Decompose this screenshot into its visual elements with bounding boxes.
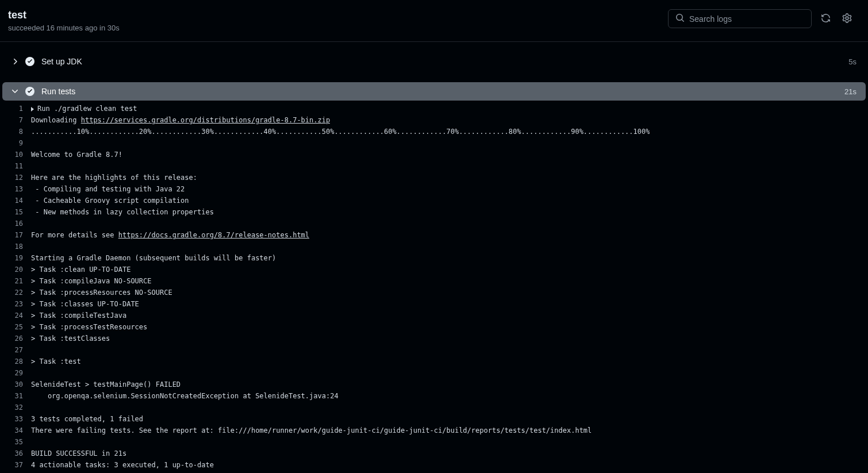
log-line: 27 (0, 344, 868, 356)
line-number: 37 (0, 459, 31, 471)
line-number: 8 (0, 126, 31, 137)
line-number: 14 (0, 195, 31, 206)
log-line: 8...........10%............20%..........… (0, 126, 868, 137)
log-line: 19Starting a Gradle Daemon (subsequent b… (0, 252, 868, 264)
caret-right-icon[interactable] (31, 107, 34, 111)
log-line: 9 (0, 137, 868, 149)
check-circle-icon (25, 87, 34, 96)
log-line: 374 actionable tasks: 3 executed, 1 up-t… (0, 459, 868, 471)
line-text: > Task :compileJava NO-SOURCE (31, 275, 152, 287)
line-number: 20 (0, 264, 31, 275)
log-output: 1Run ./gradlew clean test7Downloading ht… (0, 101, 868, 473)
refresh-button[interactable] (819, 11, 833, 27)
log-line: 24> Task :compileTestJava (0, 310, 868, 321)
step-set-up-jdk[interactable]: Set up JDK 5s (2, 52, 866, 71)
log-line: 28> Task :test (0, 356, 868, 367)
line-text: > Task :testClasses (31, 333, 110, 344)
line-number: 13 (0, 183, 31, 195)
line-text: There were failing tests. See the report… (31, 425, 592, 436)
sync-icon (821, 13, 831, 25)
log-line: 14 - Cacheable Groovy script compilation (0, 195, 868, 206)
line-number: 16 (0, 218, 31, 229)
settings-button[interactable] (840, 11, 854, 27)
line-text: Here are the highlights of this release: (31, 172, 197, 183)
line-number: 15 (0, 206, 31, 218)
line-number: 19 (0, 252, 31, 264)
search-input[interactable] (689, 14, 804, 24)
line-text: Starting a Gradle Daemon (subsequent bui… (31, 252, 276, 264)
line-text: - Cacheable Groovy script compilation (31, 195, 189, 206)
line-number: 27 (0, 344, 31, 356)
log-line: 17For more details see https://docs.grad… (0, 229, 868, 241)
header-right (668, 9, 854, 28)
log-line: 7Downloading https://services.gradle.org… (0, 114, 868, 126)
line-number: 7 (0, 114, 31, 126)
line-text: org.openqa.selenium.SessionNotCreatedExc… (31, 390, 339, 402)
log-line: 333 tests completed, 1 failed (0, 413, 868, 425)
line-number: 36 (0, 448, 31, 459)
line-number: 17 (0, 229, 31, 241)
log-link[interactable]: https://docs.gradle.org/8.7/release-note… (118, 231, 309, 239)
line-number: 11 (0, 160, 31, 172)
line-text: > Task :classes UP-TO-DATE (31, 298, 139, 310)
log-line: 35 (0, 436, 868, 448)
line-text: SelenideTest > testMainPage() FAILED (31, 379, 180, 390)
log-line: 22> Task :processResources NO-SOURCE (0, 287, 868, 298)
line-number: 28 (0, 356, 31, 367)
line-text: Welcome to Gradle 8.7! (31, 149, 122, 160)
log-line: 12Here are the highlights of this releas… (0, 172, 868, 183)
line-text: > Task :processResources NO-SOURCE (31, 287, 172, 298)
log-line: 32 (0, 402, 868, 413)
log-line: 20> Task :clean UP-TO-DATE (0, 264, 868, 275)
line-number: 9 (0, 137, 31, 149)
line-number: 18 (0, 241, 31, 252)
log-line: 16 (0, 218, 868, 229)
line-number: 32 (0, 402, 31, 413)
line-number: 10 (0, 149, 31, 160)
step-duration: 21s (844, 87, 857, 96)
page-subtitle: succeeded 16 minutes ago in 30s (8, 24, 120, 32)
log-line: 31 org.openqa.selenium.SessionNotCreated… (0, 390, 868, 402)
log-line: 30SelenideTest > testMainPage() FAILED (0, 379, 868, 390)
line-number: 30 (0, 379, 31, 390)
line-text: Downloading https://services.gradle.org/… (31, 114, 330, 126)
line-text: > Task :processTestResources (31, 321, 147, 333)
chevron-right-icon (10, 57, 20, 66)
line-text: Run ./gradlew clean test (31, 103, 137, 114)
line-number: 12 (0, 172, 31, 183)
log-line: 11 (0, 160, 868, 172)
log-line: 26> Task :testClasses (0, 333, 868, 344)
log-line: 1Run ./gradlew clean test (0, 103, 868, 114)
log-line: 18 (0, 241, 868, 252)
line-text: BUILD SUCCESSFUL in 21s (31, 448, 126, 459)
log-line: 13 - Compiling and testing with Java 22 (0, 183, 868, 195)
gear-icon (842, 13, 852, 25)
step-duration: 5s (848, 57, 857, 66)
line-text: For more details see https://docs.gradle… (31, 229, 309, 241)
line-text: - New methods in lazy collection propert… (31, 206, 214, 218)
log-header: test succeeded 16 minutes ago in 30s (0, 0, 868, 42)
line-number: 26 (0, 333, 31, 344)
log-line: 36BUILD SUCCESSFUL in 21s (0, 448, 868, 459)
line-number: 35 (0, 436, 31, 448)
step-run-tests[interactable]: Run tests 21s (2, 82, 866, 101)
page-title: test (8, 9, 120, 21)
line-number: 24 (0, 310, 31, 321)
log-link[interactable]: https://services.gradle.org/distribution… (81, 116, 330, 124)
line-text: 4 actionable tasks: 3 executed, 1 up-to-… (31, 459, 214, 471)
steps-list: Set up JDK 5s Run tests 21s 1Run ./gradl… (0, 42, 868, 473)
search-logs-box[interactable] (668, 9, 812, 28)
line-number: 34 (0, 425, 31, 436)
log-line: 25> Task :processTestResources (0, 321, 868, 333)
log-line: 23> Task :classes UP-TO-DATE (0, 298, 868, 310)
search-icon (675, 13, 685, 24)
log-line: 10Welcome to Gradle 8.7! (0, 149, 868, 160)
line-text: > Task :test (31, 356, 81, 367)
line-text: ...........10%............20%...........… (31, 126, 650, 137)
log-line: 21> Task :compileJava NO-SOURCE (0, 275, 868, 287)
check-circle-icon (25, 57, 34, 66)
line-text: > Task :compileTestJava (31, 310, 126, 321)
line-number: 31 (0, 390, 31, 402)
log-line: 15 - New methods in lazy collection prop… (0, 206, 868, 218)
line-number: 33 (0, 413, 31, 425)
